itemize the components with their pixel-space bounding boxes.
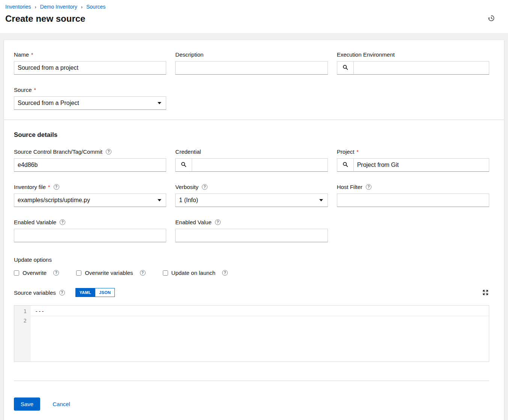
source-select[interactable]: Sourced from a Project xyxy=(14,96,166,110)
name-label: Name xyxy=(14,51,29,58)
breadcrumb: Inventories › Demo Inventory › Sources xyxy=(5,4,502,10)
project-label: Project xyxy=(337,148,355,155)
enabled-variable-field: Enabled Variable ? xyxy=(14,219,166,242)
update-on-launch-option: Update on launch ? xyxy=(163,270,228,276)
scm-branch-label: Source Control Branch/Tag/Commit xyxy=(14,148,102,155)
update-on-launch-help-icon[interactable]: ? xyxy=(222,270,228,276)
description-label: Description xyxy=(175,51,203,58)
name-field: Name * xyxy=(14,51,166,75)
required-marker: * xyxy=(31,52,33,57)
chevron-down-icon xyxy=(158,102,161,104)
overwrite-variables-checkbox[interactable] xyxy=(76,270,81,276)
breadcrumb-link-sources[interactable]: Sources xyxy=(86,4,105,10)
expand-icon xyxy=(482,291,488,297)
update-options-heading: Update options xyxy=(14,256,489,263)
scm-branch-input[interactable] xyxy=(14,158,166,172)
update-on-launch-checkbox[interactable] xyxy=(163,270,168,276)
name-input[interactable] xyxy=(14,61,166,75)
credential-input[interactable] xyxy=(192,158,328,172)
code-line: --- xyxy=(31,307,489,316)
line-number: 2 xyxy=(14,316,27,326)
execution-environment-input[interactable] xyxy=(353,61,489,75)
overwrite-help-icon[interactable]: ? xyxy=(53,270,59,276)
json-toggle-button[interactable]: JSON xyxy=(95,288,115,297)
verbosity-label: Verbosity xyxy=(175,184,198,190)
host-filter-help-icon[interactable]: ? xyxy=(366,184,371,190)
overwrite-variables-option: Overwrite variables ? xyxy=(76,270,145,276)
inventory-file-label: Inventory file xyxy=(14,184,46,190)
overwrite-option: Overwrite ? xyxy=(14,270,59,276)
page-body: Name * Description Execution Environment xyxy=(0,33,508,420)
search-icon xyxy=(181,162,186,168)
overwrite-checkbox[interactable] xyxy=(14,270,19,276)
inventory-file-help-icon[interactable]: ? xyxy=(54,184,59,190)
overwrite-label: Overwrite xyxy=(23,270,47,276)
form-footer: Save Cancel xyxy=(14,381,489,418)
enabled-variable-help-icon[interactable]: ? xyxy=(60,219,65,225)
history-icon xyxy=(487,18,495,23)
host-filter-field: Host Filter ? xyxy=(337,184,489,207)
enabled-value-help-icon[interactable]: ? xyxy=(215,219,221,225)
host-filter-input[interactable] xyxy=(337,194,489,207)
description-input[interactable] xyxy=(175,61,328,75)
scm-branch-help-icon[interactable]: ? xyxy=(106,149,111,154)
page-header: Inventories › Demo Inventory › Sources C… xyxy=(0,0,508,33)
update-options-row: Overwrite ? Overwrite variables ? Update… xyxy=(14,270,489,276)
section-divider xyxy=(4,120,504,120)
search-icon xyxy=(343,162,348,168)
chevron-right-icon: › xyxy=(35,4,36,10)
update-on-launch-label: Update on launch xyxy=(171,270,216,276)
inventory-file-select[interactable]: examples/scripts/uptime.py xyxy=(14,194,166,207)
create-source-form-card: Name * Description Execution Environment xyxy=(4,40,504,420)
source-select-value: Sourced from a Project xyxy=(18,100,79,106)
source-variables-label: Source variables xyxy=(14,290,56,296)
verbosity-help-icon[interactable]: ? xyxy=(202,184,207,190)
enabled-value-input[interactable] xyxy=(175,229,328,242)
editor-code-area[interactable]: --- xyxy=(31,306,489,362)
top-fields-grid: Name * Description Execution Environment xyxy=(14,51,489,110)
scm-branch-field: Source Control Branch/Tag/Commit ? xyxy=(14,148,166,172)
save-button[interactable]: Save xyxy=(14,398,40,411)
project-input[interactable] xyxy=(353,158,489,172)
code-line xyxy=(31,316,489,326)
chevron-right-icon: › xyxy=(81,4,83,10)
breadcrumb-link-inventories[interactable]: Inventories xyxy=(5,4,31,10)
verbosity-select-value: 1 (Info) xyxy=(179,197,198,204)
enabled-value-label: Enabled Value xyxy=(175,219,211,225)
verbosity-select[interactable]: 1 (Info) xyxy=(175,194,328,207)
breadcrumb-link-demo-inventory[interactable]: Demo Inventory xyxy=(40,4,77,10)
description-field: Description xyxy=(175,51,328,75)
credential-search-button[interactable] xyxy=(175,158,192,172)
required-marker: * xyxy=(34,87,36,93)
required-marker: * xyxy=(356,149,358,154)
credential-field: Credential xyxy=(175,148,328,172)
required-marker: * xyxy=(48,184,50,190)
execution-environment-search-button[interactable] xyxy=(337,61,354,75)
chevron-down-icon xyxy=(158,199,161,201)
source-field: Source * Sourced from a Project xyxy=(14,87,166,110)
page-title: Create new source xyxy=(5,14,85,24)
source-details-grid: Source Control Branch/Tag/Commit ? Crede… xyxy=(14,148,489,242)
source-label: Source xyxy=(14,87,32,93)
enabled-variable-label: Enabled Variable xyxy=(14,219,56,225)
inventory-file-field: Inventory file * ? examples/scripts/upti… xyxy=(14,184,166,207)
project-search-button[interactable] xyxy=(337,158,354,172)
chevron-down-icon xyxy=(319,199,323,201)
cancel-button[interactable]: Cancel xyxy=(53,401,70,407)
source-variables-editor[interactable]: 1 2 --- xyxy=(14,305,489,362)
search-icon xyxy=(343,64,348,71)
enabled-variable-input[interactable] xyxy=(14,229,166,242)
source-variables-header: Source variables ? YAML JSON xyxy=(14,288,489,297)
execution-environment-label: Execution Environment xyxy=(337,51,395,58)
expand-editor-button[interactable] xyxy=(482,289,489,296)
yaml-toggle-button[interactable]: YAML xyxy=(75,288,95,297)
execution-environment-field: Execution Environment xyxy=(337,51,489,75)
host-filter-label: Host Filter xyxy=(337,184,362,190)
source-variables-help-icon[interactable]: ? xyxy=(59,290,65,296)
overwrite-variables-help-icon[interactable]: ? xyxy=(140,270,146,276)
credential-label: Credential xyxy=(175,148,201,155)
verbosity-field: Verbosity ? 1 (Info) xyxy=(175,184,328,207)
history-button[interactable] xyxy=(487,14,496,23)
editor-gutter: 1 2 xyxy=(14,306,31,362)
line-number: 1 xyxy=(14,307,27,316)
